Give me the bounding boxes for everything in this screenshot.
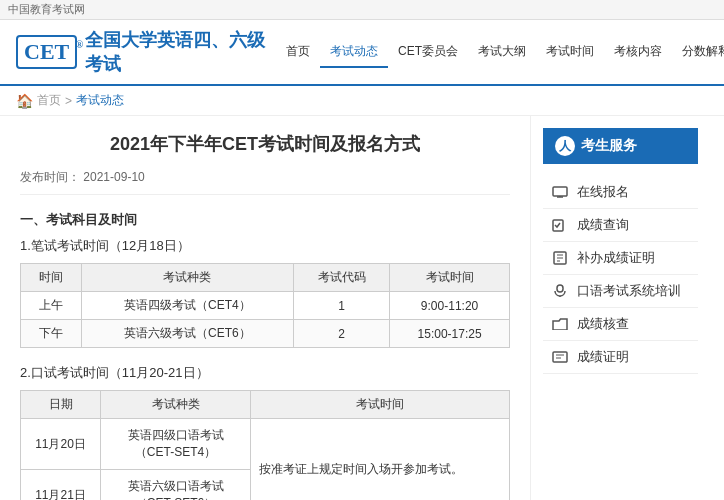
nav-committee[interactable]: CET委员会 — [388, 37, 468, 68]
nav-syllabus[interactable]: 考试大纲 — [468, 37, 536, 68]
sidebar-label-oral-training: 口语考试系统培训 — [577, 282, 681, 300]
col-type-header: 考试种类 — [81, 264, 293, 292]
nav-schedule[interactable]: 考试时间 — [536, 37, 604, 68]
oral-exam-label: 2.口试考试时间（11月20-21日） — [20, 364, 510, 382]
site-title: 全国大学英语四、六级考试 — [85, 28, 276, 76]
row1-col1: 上午 — [21, 292, 82, 320]
cet-logo: CET ® — [16, 35, 77, 69]
oral-row1-type: 英语四级口语考试（CET-SET4） — [101, 419, 251, 470]
top-bar-title: 中国教育考试网 — [8, 3, 85, 15]
oral-exam-table: 日期 考试种类 考试时间 11月20日 英语四级口语考试（CET-SET4） 按… — [20, 390, 510, 500]
col-duration-header: 考试时间 — [390, 264, 510, 292]
oral-col-type-header: 考试种类 — [101, 391, 251, 419]
sidebar-label-score-check: 成绩核查 — [577, 315, 629, 333]
oral-col-time-header: 考试时间 — [251, 391, 510, 419]
sidebar-item-oral-training[interactable]: 口语考试系统培训 — [543, 275, 698, 308]
table-row: 下午 英语六级考试（CET6） 2 15:00-17:25 — [21, 320, 510, 348]
main-layout: 2021年下半年CET考试时间及报名方式 发布时间： 2021-09-10 一、… — [0, 116, 724, 500]
row2-col4: 15:00-17:25 — [390, 320, 510, 348]
sidebar-label-cert: 成绩证明 — [577, 348, 629, 366]
book-icon — [551, 251, 569, 265]
mic-icon — [551, 284, 569, 298]
sidebar-item-reissue-cert[interactable]: 补办成绩证明 — [543, 242, 698, 275]
svg-rect-0 — [553, 187, 567, 196]
row1-col2: 英语四级考试（CET4） — [81, 292, 293, 320]
person-icon: 人 — [555, 136, 575, 156]
svg-rect-8 — [557, 285, 563, 292]
main-nav: 首页 考试动态 CET委员会 考试大纲 考试时间 考核内容 分数解释 常见问题 — [276, 37, 724, 68]
nav-home[interactable]: 首页 — [276, 37, 320, 68]
article-title: 2021年下半年CET考试时间及报名方式 — [20, 132, 510, 157]
row2-col2: 英语六级考试（CET6） — [81, 320, 293, 348]
section1-title: 一、考试科目及时间 — [20, 211, 510, 229]
sidebar-item-online-registration[interactable]: 在线报名 — [543, 176, 698, 209]
cert-icon — [551, 350, 569, 364]
row1-col3: 1 — [294, 292, 390, 320]
svg-rect-10 — [553, 352, 567, 362]
logo-area: CET ® 全国大学英语四、六级考试 — [16, 28, 276, 76]
breadcrumb: 🏠 首页 > 考试动态 — [0, 86, 724, 116]
sidebar-item-score-check[interactable]: 成绩核查 — [543, 308, 698, 341]
oral-row1-date: 11月20日 — [21, 419, 101, 470]
sidebar-label-reissue: 补办成绩证明 — [577, 249, 655, 267]
oral-row1-note: 按准考证上规定时间入场开参加考试。 — [251, 419, 510, 500]
sidebar-item-score-cert[interactable]: 成绩证明 — [543, 341, 698, 374]
sidebar-item-score-query[interactable]: 成绩查询 — [543, 209, 698, 242]
publish-time: 发布时间： 2021-09-10 — [20, 169, 510, 195]
written-exam-label: 1.笔试考试时间（12月18日） — [20, 237, 510, 255]
oral-col-date-header: 日期 — [21, 391, 101, 419]
nav-score[interactable]: 分数解释 — [672, 37, 724, 68]
row1-col4: 9:00-11:20 — [390, 292, 510, 320]
row2-col1: 下午 — [21, 320, 82, 348]
article-content: 2021年下半年CET考试时间及报名方式 发布时间： 2021-09-10 一、… — [0, 116, 530, 500]
oral-row2-type: 英语六级口语考试（CET-SET6） — [101, 470, 251, 500]
sidebar-label-score-query: 成绩查询 — [577, 216, 629, 234]
sidebar: 人 考生服务 在线报名 成绩查询 — [530, 116, 710, 500]
monitor-icon — [551, 185, 569, 199]
check-icon — [551, 218, 569, 232]
nav-exam-news[interactable]: 考试动态 — [320, 37, 388, 68]
top-bar: 中国教育考试网 — [0, 0, 724, 20]
home-icon[interactable]: 🏠 — [16, 93, 33, 109]
written-exam-table: 时间 考试种类 考试代码 考试时间 上午 英语四级考试（CET4） 1 9:00… — [20, 263, 510, 348]
col-code-header: 考试代码 — [294, 264, 390, 292]
header: CET ® 全国大学英语四、六级考试 首页 考试动态 CET委员会 考试大纲 考… — [0, 20, 724, 86]
oral-row2-date: 11月21日 — [21, 470, 101, 500]
folder-icon — [551, 317, 569, 331]
sidebar-title: 人 考生服务 — [543, 128, 698, 164]
registered-mark: ® — [76, 39, 83, 50]
nav-content[interactable]: 考核内容 — [604, 37, 672, 68]
table-row: 上午 英语四级考试（CET4） 1 9:00-11:20 — [21, 292, 510, 320]
sidebar-label-registration: 在线报名 — [577, 183, 629, 201]
breadcrumb-exam-news[interactable]: 考试动态 — [76, 92, 124, 109]
col-time-header: 时间 — [21, 264, 82, 292]
row2-col3: 2 — [294, 320, 390, 348]
oral-table-row: 11月20日 英语四级口语考试（CET-SET4） 按准考证上规定时间入场开参加… — [21, 419, 510, 470]
